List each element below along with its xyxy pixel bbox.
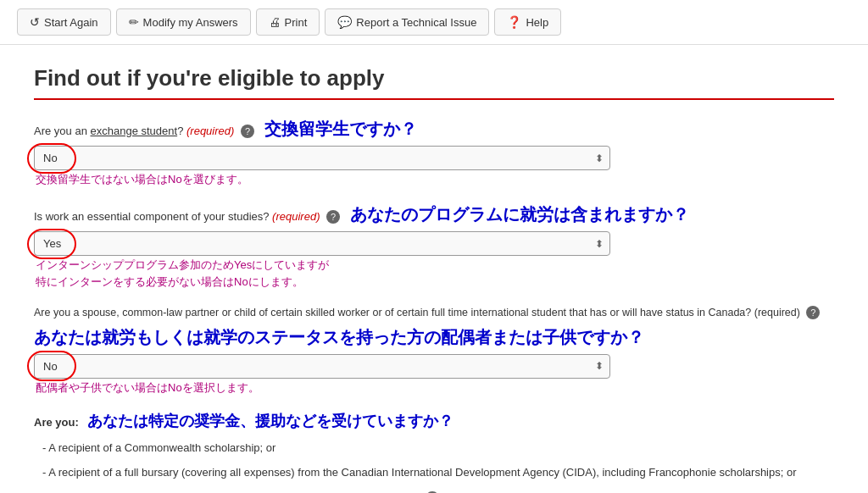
q1-label-pre: Are you an: [34, 125, 91, 137]
chat-icon: 💬: [337, 15, 352, 29]
q3-row: No Yes: [34, 354, 834, 379]
q1-japanese: 交換留学生ですか？: [264, 119, 417, 138]
q3-help-icon[interactable]: ?: [806, 306, 820, 319]
q3-select-wrapper: No Yes: [34, 354, 610, 379]
are-you-section: Are you: あなたは特定の奨学金、援助などを受けていますか？ - A re…: [34, 411, 834, 493]
bullet-1: - A recipient of a Commonwealth scholars…: [42, 440, 834, 457]
q2-required: (required): [272, 210, 320, 223]
print-label: Print: [285, 16, 308, 29]
q2-row: Yes No: [34, 231, 834, 256]
q2-label: Is work an essential component of your s…: [34, 202, 834, 226]
q1-required: (required): [186, 125, 234, 137]
are-you-label-row: Are you: あなたは特定の奨学金、援助などを受けていますか？: [34, 411, 834, 431]
q2-note2: 特にインターンをする必要がない場合はNoにします。: [36, 274, 834, 290]
q3-select-container: No Yes: [34, 354, 610, 379]
page-title: Find out if you're eligible to apply: [34, 65, 834, 100]
modify-answers-label: Modify my Answers: [143, 16, 238, 29]
q2-section: Is work an essential component of your s…: [34, 202, 834, 290]
start-again-label: Start Again: [44, 16, 98, 29]
q1-label-post: ?: [177, 125, 183, 137]
bullet-2: - A recipient of a full bursary (coverin…: [42, 464, 834, 481]
q1-select[interactable]: No Yes: [34, 146, 610, 170]
report-issue-button[interactable]: 💬 Report a Technical Issue: [325, 8, 489, 36]
bullet-3-row: - A participant in a Canadian aid progra…: [42, 490, 834, 493]
q2-label-text: Is work an essential component of your s…: [34, 210, 269, 223]
q1-select-container: No Yes: [34, 146, 610, 170]
q1-section: Are you an exchange student? (required) …: [34, 117, 834, 187]
q2-select[interactable]: Yes No: [34, 231, 610, 256]
q3-label-text: Are you a spouse, common-law partner or …: [34, 307, 751, 319]
q1-label-link: exchange student: [91, 125, 178, 137]
report-issue-label: Report a Technical Issue: [356, 16, 476, 29]
bullet-list: - A recipient of a Commonwealth scholars…: [42, 440, 834, 493]
main-content: Find out if you're eligible to apply Are…: [0, 45, 868, 493]
are-you-japanese: あなたは特定の奨学金、援助などを受けていますか？: [87, 413, 453, 429]
q2-note1: インターンシッププログラム参加のためYesにしていますが: [36, 258, 834, 273]
q1-row: No Yes: [34, 146, 834, 170]
modify-answers-button[interactable]: ✏ Modify my Answers: [116, 8, 251, 36]
start-again-button[interactable]: ↺ Start Again: [17, 8, 111, 36]
q1-select-wrapper: No Yes: [34, 146, 610, 170]
print-button[interactable]: 🖨 Print: [256, 8, 320, 36]
q3-section: Are you a spouse, common-law partner or …: [34, 305, 834, 396]
q3-required: (required): [754, 307, 800, 319]
q2-select-container: Yes No: [34, 231, 610, 256]
printer-icon: 🖨: [269, 15, 281, 29]
are-you-label: Are you:: [34, 416, 79, 429]
toolbar: ↺ Start Again ✏ Modify my Answers 🖨 Prin…: [0, 0, 868, 45]
q3-note: 配偶者や子供でない場合はNoを選択します。: [36, 380, 834, 396]
help-button[interactable]: ❓ Help: [494, 8, 561, 36]
refresh-icon: ↺: [30, 15, 40, 29]
q2-select-wrapper: Yes No: [34, 231, 610, 256]
q1-help-icon[interactable]: ?: [241, 125, 254, 138]
question-icon: ❓: [507, 15, 521, 29]
q2-help-icon[interactable]: ?: [326, 210, 340, 224]
q1-label: Are you an exchange student? (required) …: [34, 117, 834, 141]
help-label: Help: [526, 16, 548, 29]
q3-label: Are you a spouse, common-law partner or …: [34, 305, 834, 321]
q2-japanese: あなたのプログラムに就労は含まれますか？: [350, 205, 689, 224]
q3-select[interactable]: No Yes: [34, 354, 610, 379]
q3-japanese: あなたは就労もしくは就学のステータスを持った方の配偶者または子供ですか？: [34, 326, 834, 349]
pencil-icon: ✏: [129, 15, 139, 29]
q1-note: 交換留学生ではない場合はNoを選びます。: [36, 172, 834, 187]
